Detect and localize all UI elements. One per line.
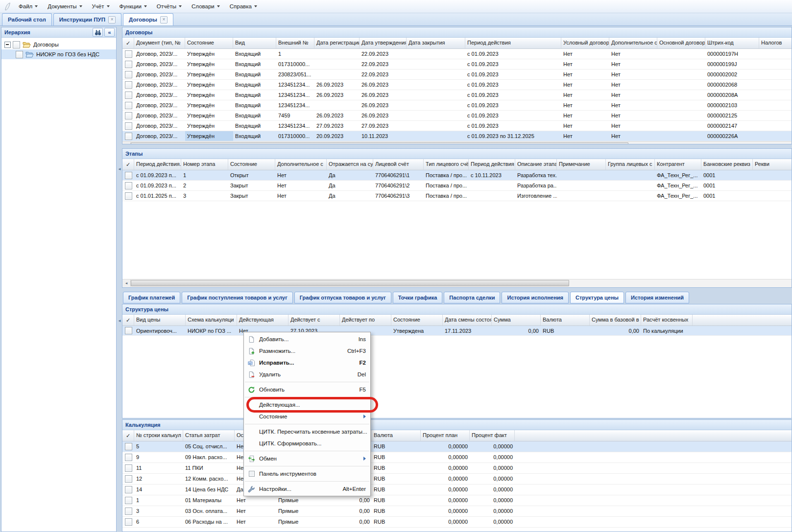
table-cell[interactable]: [657, 100, 705, 110]
context-menu-item[interactable]: ЦИТК. Сформировать...: [244, 438, 370, 449]
row-select-cell[interactable]: [122, 452, 134, 463]
table-cell[interactable]: 11 ПКИ: [183, 463, 235, 473]
collapse-arrow-icon[interactable]: ◄: [118, 318, 122, 324]
table-cell[interactable]: RUB: [372, 474, 421, 484]
table-cell[interactable]: Договор, 2023/...: [134, 111, 185, 120]
table-cell[interactable]: Нет: [609, 69, 657, 79]
row-select-cell[interactable]: [122, 131, 134, 141]
table-cell[interactable]: 12: [134, 474, 183, 484]
table-cell[interactable]: Поставка / про...: [424, 191, 469, 201]
table-cell[interactable]: Нет: [609, 111, 657, 120]
context-menu-item[interactable]: УдалитьDel: [244, 369, 370, 380]
table-cell[interactable]: 0,00000: [470, 495, 515, 506]
table-cell[interactable]: 1: [134, 495, 183, 506]
table-cell[interactable]: Открыт: [228, 170, 275, 180]
table-cell[interactable]: Поставка / про...: [424, 170, 469, 180]
column-header[interactable]: Период действия..: [134, 159, 181, 170]
table-cell[interactable]: Нет: [561, 131, 609, 141]
table-cell[interactable]: [557, 191, 606, 201]
table-cell[interactable]: 27.09.2023: [314, 121, 360, 131]
table-cell[interactable]: 26.09.2023: [360, 111, 407, 120]
column-header[interactable]: Расчёт косвенных: [641, 315, 693, 325]
column-header[interactable]: Валюта: [372, 430, 421, 441]
table-cell[interactable]: Нет: [609, 49, 657, 59]
table-cell[interactable]: RUB: [372, 463, 421, 473]
table-cell[interactable]: 7459: [276, 111, 314, 120]
table-cell[interactable]: 1: [276, 49, 314, 59]
table-cell[interactable]: [407, 131, 465, 141]
detail-tab[interactable]: График поступления товаров и услуг: [182, 292, 292, 303]
table-cell[interactable]: 0,00: [325, 517, 372, 527]
table-cell[interactable]: 7706406291\2: [373, 181, 424, 190]
table-cell[interactable]: Входящий: [233, 90, 276, 100]
table-cell[interactable]: [606, 181, 655, 190]
menubar-item[interactable]: Справка: [225, 0, 262, 13]
table-cell[interactable]: [557, 170, 606, 180]
table-cell[interactable]: 0,00000: [421, 474, 470, 484]
row-select-cell[interactable]: [122, 474, 134, 484]
detail-tab[interactable]: Структура цены: [570, 292, 624, 303]
table-cell[interactable]: [469, 181, 515, 190]
row-checkbox[interactable]: [125, 133, 132, 140]
row-checkbox[interactable]: [125, 486, 132, 493]
tab-close-icon[interactable]: ×: [108, 16, 116, 23]
table-cell[interactable]: 9: [134, 452, 183, 463]
table-cell[interactable]: 22.09.2023: [360, 69, 407, 79]
column-header[interactable]: Лицевой счёт: [373, 159, 424, 170]
table-row[interactable]: с 01.09.2023 п...2ЗакрытНетДа7706406291\…: [122, 181, 792, 191]
table-cell[interactable]: Договор, 2023/...: [134, 80, 185, 90]
row-checkbox[interactable]: [125, 61, 132, 68]
row-checkbox[interactable]: [125, 102, 132, 109]
table-cell[interactable]: Договор, 2023/...: [134, 131, 185, 141]
column-header[interactable]: Отражается на су: [327, 159, 373, 170]
menubar-item[interactable]: Отчёты: [152, 0, 187, 13]
table-cell[interactable]: 0000002147: [705, 121, 759, 131]
row-select-cell[interactable]: [122, 170, 134, 180]
menubar-item[interactable]: Файл: [14, 0, 43, 13]
table-cell[interactable]: [759, 111, 792, 120]
row-select-cell[interactable]: [122, 49, 134, 59]
table-cell[interactable]: Закрыт: [228, 181, 275, 190]
table-cell[interactable]: с 01.01.2025 п...: [134, 191, 181, 201]
detail-tab[interactable]: История изменений: [625, 292, 689, 303]
column-header[interactable]: Рекви: [753, 159, 792, 170]
context-menu-item[interactable]: Действующая...: [244, 399, 370, 411]
table-cell[interactable]: 0001: [701, 170, 753, 180]
table-cell[interactable]: RUB: [372, 506, 421, 516]
menubar-item[interactable]: Словари: [187, 0, 225, 13]
table-cell[interactable]: По калькуляции: [641, 326, 693, 335]
column-header[interactable]: Налогов: [759, 38, 792, 48]
table-cell[interactable]: RUB: [372, 452, 421, 463]
row-select-cell[interactable]: [122, 506, 134, 516]
scrollbar-left-arrow-icon[interactable]: ◄: [122, 279, 131, 287]
column-header[interactable]: Период действия л: [469, 159, 515, 170]
table-cell[interactable]: Нет: [561, 121, 609, 131]
table-cell[interactable]: Утверждён: [185, 100, 233, 110]
table-cell[interactable]: 0000002125: [705, 111, 759, 120]
table-cell[interactable]: [657, 121, 705, 131]
table-cell[interactable]: [657, 111, 705, 120]
table-cell[interactable]: Да: [327, 191, 373, 201]
table-cell[interactable]: 26.09.2023: [360, 90, 407, 100]
table-cell[interactable]: Договор, 2023/...: [134, 49, 185, 59]
table-cell[interactable]: 14: [134, 485, 183, 495]
table-cell[interactable]: 0,00000: [470, 517, 515, 527]
table-cell[interactable]: 0,00000: [421, 441, 470, 452]
table-cell[interactable]: Изготовление ...: [515, 191, 557, 201]
table-cell[interactable]: Договор, 2023/...: [134, 90, 185, 100]
column-header[interactable]: Группа лицевых с: [606, 159, 655, 170]
column-header[interactable]: Документ (тип, №: [134, 38, 185, 48]
column-header[interactable]: Дата закрытия: [407, 38, 465, 48]
table-cell[interactable]: 26.09.2023: [360, 100, 407, 110]
table-row[interactable]: 101 МатериалыНетПрямые0,00RUB0,000000,00…: [122, 495, 792, 506]
table-cell[interactable]: Да: [327, 181, 373, 190]
column-header[interactable]: Схема калькуляци: [186, 315, 237, 325]
table-cell[interactable]: 123451234...: [276, 100, 314, 110]
table-row[interactable]: 1212 Комм. расхо...НетRUB0,000000,00000: [122, 474, 792, 485]
column-header[interactable]: Состояние: [391, 315, 443, 325]
context-menu-item[interactable]: Добавить...Ins: [244, 333, 370, 345]
table-cell[interactable]: Входящий: [233, 59, 276, 69]
row-select-cell[interactable]: [122, 181, 134, 190]
column-header[interactable]: Дата утверждения: [360, 38, 407, 48]
table-row[interactable]: Договор, 2023/...УтверждёнВходящий017310…: [122, 59, 792, 69]
